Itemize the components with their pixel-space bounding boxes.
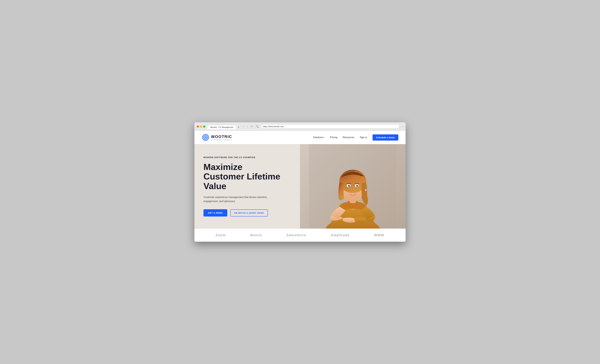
search-icon: 🔍 [255,125,260,128]
hero-title-line1: Maximize [204,162,242,172]
svg-point-21 [355,188,355,189]
address-bar-container: ‹ › ↻ 🔍 [242,124,399,128]
partner-logo-amplitude: Amplitude [331,233,350,237]
partner-logo-salesforce: Salesforce [286,233,306,237]
site-header: WOOTRIC AN INMOMENT COMPANY Solutions ▾ … [194,131,406,144]
get-demo-button[interactable]: GET A DEMO [204,209,227,217]
tab-label: Wootric - CX Management [210,126,233,128]
svg-point-4 [205,137,206,138]
partner-logo-other: WWW [374,233,384,237]
address-input[interactable] [261,124,399,128]
back-button[interactable]: ‹ [242,125,245,128]
refresh-button[interactable]: ↻ [250,125,254,128]
person-illustration [300,144,406,228]
hero-background [300,144,406,228]
schedule-demo-button[interactable]: Schedule a demo [373,134,398,141]
minimize-button[interactable] [200,126,202,127]
website-content: WOOTRIC AN INMOMENT COMPANY Solutions ▾ … [194,131,406,242]
svg-point-20 [350,188,351,189]
svg-point-17 [349,185,350,186]
svg-point-19 [365,189,367,191]
forward-button[interactable]: › [246,125,249,128]
hero-buttons: GET A DEMO OR WATCH A SHORT VIDEO [204,209,301,217]
partners-bar: Zoom Bench Salesforce Amplitude WWW [194,228,406,242]
browser-more-options[interactable]: ··· [401,125,403,128]
tab-bar: Wootric - CX Management + [207,124,240,129]
hero-description: Customer experience management that driv… [204,195,276,203]
svg-point-18 [357,185,358,186]
partner-logo-zoom: Zoom [216,233,226,237]
browser-tab[interactable]: Wootric - CX Management [207,125,236,129]
logo-name: WOOTRIC [211,134,232,139]
logo-text: WOOTRIC AN INMOMENT COMPANY [211,134,232,141]
hero-section: MODERN SOFTWARE FOR THE CX CHAMPION Maxi… [194,144,406,228]
browser-nav-controls: ‹ › ↻ 🔍 [242,125,260,128]
browser-window: Wootric - CX Management + ‹ › ↻ 🔍 ··· [194,122,406,242]
nav-signin[interactable]: Sign in [360,136,367,139]
wootric-logo-icon [202,134,209,141]
hero-title-line2: Customer Lifetime Value [204,172,280,191]
logo-container[interactable]: WOOTRIC AN INMOMENT COMPANY [202,134,232,141]
hero-title: Maximize Customer Lifetime Value [204,162,301,191]
nav-resources[interactable]: Resources [343,136,354,139]
svg-point-22 [353,189,353,190]
hero-image [300,144,406,228]
browser-chrome: Wootric - CX Management + ‹ › ↻ 🔍 ··· [194,122,406,131]
nav-pricing[interactable]: Pricing [330,136,337,139]
hero-content: MODERN SOFTWARE FOR THE CX CHAMPION Maxi… [194,144,310,228]
watch-video-button[interactable]: OR WATCH A SHORT VIDEO [230,209,268,217]
new-tab-button[interactable]: + [236,126,241,129]
site-nav: Solutions ▾ Pricing Resources Sign in Sc… [313,134,398,141]
close-button[interactable] [197,126,199,127]
chevron-down-icon: ▾ [324,136,324,138]
hero-eyebrow: MODERN SOFTWARE FOR THE CX CHAMPION [204,156,301,158]
logo-sub: AN INMOMENT COMPANY [211,139,232,141]
partner-logo-bench: Bench [250,233,262,237]
traffic-lights [197,126,205,127]
maximize-button[interactable] [203,126,205,127]
nav-solutions[interactable]: Solutions ▾ [313,136,324,139]
